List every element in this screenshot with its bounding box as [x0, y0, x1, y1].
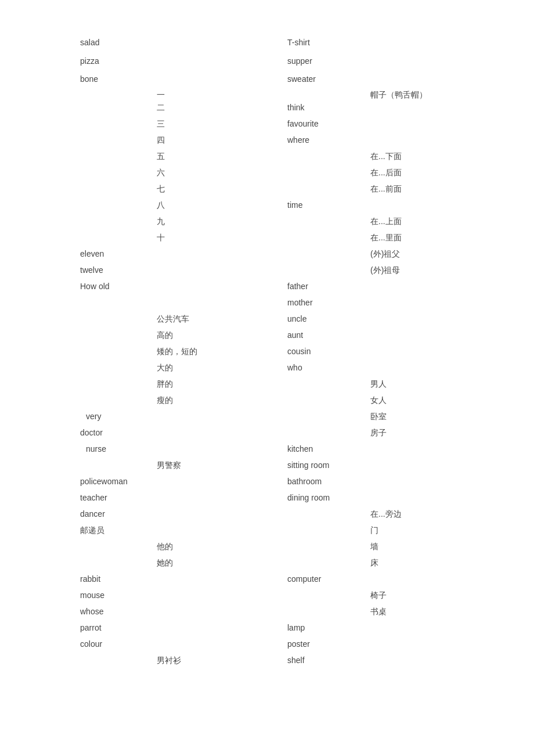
- list-item: whose: [80, 607, 103, 616]
- list-item: nurse: [86, 444, 106, 453]
- list-item: 六: [157, 168, 165, 178]
- list-item: (外)祖父: [370, 249, 400, 260]
- list-item: 男人: [370, 379, 387, 390]
- list-item: dining room: [287, 493, 330, 502]
- list-item: favourite: [287, 119, 319, 128]
- list-item: kitchen: [287, 444, 313, 453]
- list-item: 大的: [157, 363, 173, 373]
- list-item: 二: [157, 103, 165, 113]
- list-item: 卧室: [370, 412, 387, 422]
- list-item: 在...里面: [370, 233, 402, 243]
- list-item: teacher: [80, 493, 107, 502]
- list-item: 床: [370, 558, 378, 568]
- list-item: parrot: [80, 623, 102, 632]
- list-item: 男警察: [157, 460, 181, 471]
- list-item: 三: [157, 119, 165, 129]
- list-item: 瘦的: [157, 395, 173, 406]
- list-item: bone: [80, 74, 98, 84]
- list-item: uncle: [287, 314, 306, 323]
- list-item: rabbit: [80, 574, 100, 584]
- list-item: 在...上面: [370, 217, 402, 227]
- list-item: pizza: [80, 56, 99, 66]
- list-item: who: [287, 363, 302, 372]
- list-item: 他的: [157, 542, 173, 552]
- list-item: bathroom: [287, 477, 322, 486]
- list-item: policewoman: [80, 477, 128, 486]
- list-item: dancer: [80, 509, 105, 519]
- list-item: 椅子: [370, 591, 387, 601]
- list-item: sweater: [287, 74, 316, 84]
- list-item: 矮的，短的: [157, 347, 197, 357]
- list-item: salad: [80, 38, 99, 47]
- list-item: 门: [370, 525, 378, 536]
- list-item: colour: [80, 639, 102, 649]
- list-item: mouse: [80, 591, 104, 600]
- list-item: 胖的: [157, 379, 173, 390]
- list-item: 她的: [157, 558, 173, 568]
- list-item: computer: [287, 574, 321, 584]
- list-item: 七: [157, 184, 165, 195]
- list-item: supper: [287, 56, 312, 66]
- list-item: where: [287, 135, 309, 145]
- list-item: shelf: [287, 656, 305, 665]
- list-item: 高的: [157, 330, 173, 341]
- list-item: 墙: [370, 542, 378, 552]
- list-item: 邮递员: [80, 525, 104, 536]
- list-item: 在...下面: [370, 152, 402, 162]
- list-item: think: [287, 103, 305, 112]
- list-item: (外)祖母: [370, 265, 400, 276]
- list-item: poster: [287, 639, 310, 649]
- list-item: 九: [157, 217, 165, 227]
- list-item: 书桌: [370, 607, 387, 617]
- list-item: lamp: [287, 623, 305, 632]
- list-item: 女人: [370, 395, 387, 406]
- list-item: 公共汽车: [157, 314, 189, 325]
- list-item: 五: [157, 152, 165, 162]
- list-item: 房子: [370, 428, 387, 438]
- list-item: very: [86, 412, 101, 421]
- list-item: cousin: [287, 347, 311, 356]
- list-item: 帽子（鸭舌帽）: [370, 90, 427, 100]
- list-item: father: [287, 282, 308, 291]
- list-item: eleven: [80, 249, 104, 258]
- list-item: doctor: [80, 428, 103, 437]
- list-item: time: [287, 200, 302, 210]
- list-item: T-shirt: [287, 38, 310, 47]
- list-item: mother: [287, 298, 313, 307]
- list-item: aunt: [287, 330, 303, 340]
- word-grid: saladpizzabone一二三四五六七八九十T-shirtsupperswe…: [0, 0, 534, 732]
- list-item: 在...后面: [370, 168, 402, 178]
- list-item: 男衬衫: [157, 656, 181, 666]
- list-item: 四: [157, 135, 165, 146]
- list-item: 十: [157, 233, 165, 243]
- list-item: How old: [80, 282, 110, 291]
- list-item: twelve: [80, 265, 103, 275]
- list-item: 八: [157, 200, 165, 211]
- list-item: sitting room: [287, 460, 329, 470]
- list-item: 在...旁边: [370, 509, 402, 520]
- list-item: 在...前面: [370, 184, 402, 195]
- list-item: 一: [157, 90, 165, 100]
